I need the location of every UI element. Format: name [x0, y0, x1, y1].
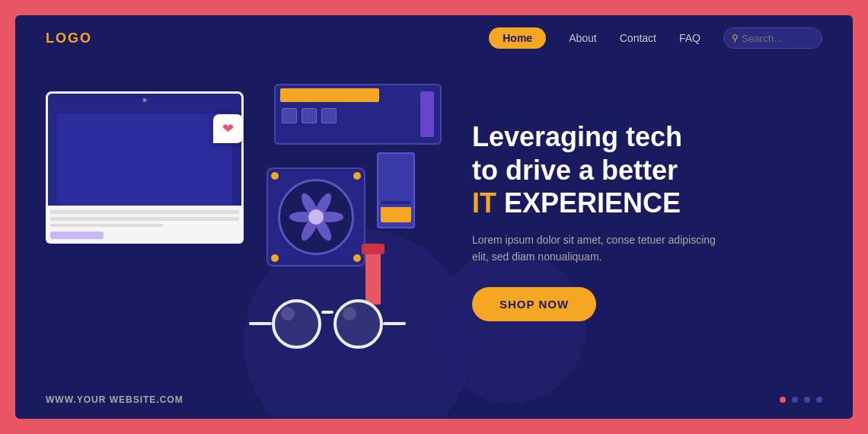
hero-section: ❤ — [15, 61, 853, 381]
gpu-slot-1 — [282, 108, 297, 123]
fan-screw-bl — [271, 254, 279, 262]
keyboard-line-3 — [50, 224, 164, 228]
keyboard-button — [50, 231, 104, 239]
logo: LOGO — [46, 30, 92, 46]
dot-1[interactable] — [780, 397, 786, 403]
gpu-slot-2 — [302, 108, 317, 123]
glasses-lens-right — [333, 299, 383, 349]
gpu-slots — [276, 105, 440, 126]
laptop-illustration — [46, 91, 244, 244]
glasses-arm-right — [383, 322, 406, 325]
nav-links: Home About Contact FAQ ⚲ — [489, 27, 822, 49]
footer-url: WWW.YOUR WEBSITE.COM — [46, 394, 183, 405]
fan-center — [308, 209, 324, 225]
hero-illustration: ❤ — [15, 69, 457, 373]
headline-line1: Leveraging tech — [472, 121, 682, 152]
glasses-illustration — [255, 293, 400, 354]
search-input[interactable] — [742, 30, 810, 46]
laptop-screen — [46, 91, 244, 213]
gpu-connector — [420, 91, 434, 137]
laptop-keyboard — [46, 206, 244, 244]
usb-head — [362, 244, 385, 254]
dot-3[interactable] — [804, 397, 810, 403]
navbar: LOGO Home About Contact FAQ ⚲ — [15, 15, 853, 61]
hero-subtext: Lorem ipsum dolor sit amet, conse tetuer… — [472, 231, 731, 266]
nav-home[interactable]: Home — [489, 27, 546, 49]
headline: Leveraging tech to drive a better IT EXP… — [472, 120, 822, 219]
shop-now-button[interactable]: SHOP NOW — [472, 287, 596, 321]
chat-bubble: ❤ — [213, 114, 243, 143]
search-box[interactable]: ⚲ — [723, 27, 822, 49]
nav-faq[interactable]: FAQ — [679, 32, 700, 44]
glasses-arm-left — [249, 322, 272, 325]
fan-screw-tl — [271, 172, 279, 180]
footer: WWW.YOUR WEBSITE.COM — [15, 381, 853, 419]
gpu-bar — [280, 88, 379, 102]
keyboard-line-1 — [50, 210, 239, 214]
fan-screw-tr — [353, 172, 361, 180]
headline-highlight: IT — [472, 187, 496, 219]
nav-about[interactable]: About — [569, 32, 597, 44]
headline-line2: to drive a better — [472, 155, 678, 186]
glasses-lens-left — [272, 299, 321, 349]
keyboard-line-2 — [50, 217, 239, 221]
page-container: LOGO Home About Contact FAQ ⚲ — [15, 15, 853, 419]
glasses-bridge — [321, 311, 333, 314]
glasses-frame — [249, 299, 406, 349]
dot-2[interactable] — [792, 397, 798, 403]
laptop-camera — [143, 98, 147, 102]
laptop-display — [57, 113, 232, 205]
fan-unit — [266, 168, 365, 266]
dot-4[interactable] — [816, 397, 822, 403]
gpu-slot-3 — [321, 108, 337, 123]
ram-notch — [381, 201, 411, 204]
nav-contact[interactable]: Contact — [620, 32, 656, 44]
headline-line3: EXPERIENCE — [504, 187, 681, 219]
heart-icon: ❤ — [222, 120, 234, 137]
fan-screw-br — [353, 254, 361, 262]
ram-connector — [381, 207, 411, 222]
gpu-card — [274, 84, 442, 145]
hero-text: Leveraging tech to drive a better IT EXP… — [457, 105, 853, 336]
pagination-dots — [780, 397, 822, 403]
search-icon: ⚲ — [732, 33, 739, 43]
fan-circle — [278, 179, 354, 255]
ram-stick — [377, 152, 415, 228]
